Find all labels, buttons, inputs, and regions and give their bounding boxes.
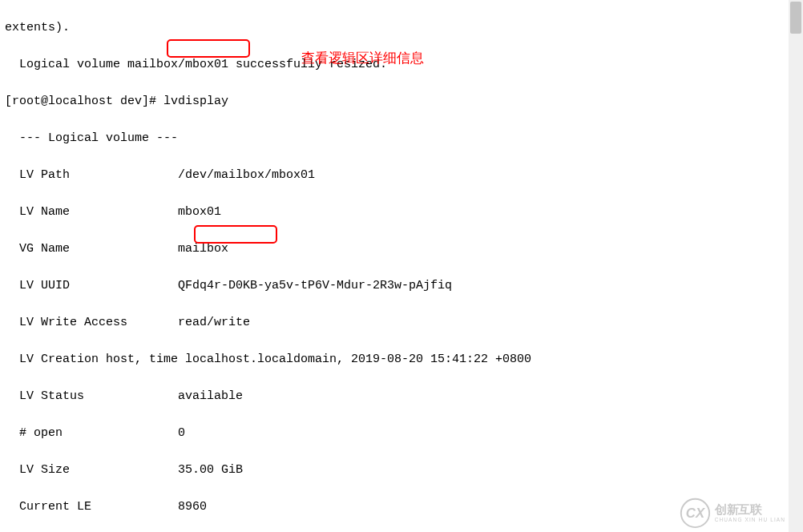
scrollbar-thumb[interactable] xyxy=(790,2,801,34)
lv1-path: LV Path /dev/mailbox/mbox01 xyxy=(5,166,798,184)
watermark: CX 创新互联 CHUANG XIN HU LIAN xyxy=(680,498,785,529)
lv1-open: # open 0 xyxy=(5,424,798,442)
terminal-output: extents). Logical volume mailbox/mbox01 … xyxy=(0,0,803,532)
annotation-text: 查看逻辑区详细信息 xyxy=(301,49,424,67)
lv1-creat: LV Creation host, time localhost.localdo… xyxy=(5,350,798,369)
watermark-py: CHUANG XIN HU LIAN xyxy=(715,517,785,522)
line-prompt: [root@localhost dev]# lvdisplay xyxy=(5,92,798,111)
lv1-size: LV Size 35.00 GiB xyxy=(5,461,798,479)
lv1-name: LV Name mbox01 xyxy=(5,203,798,221)
watermark-logo-icon: CX xyxy=(680,498,710,528)
line-lv-header-1: --- Logical volume --- xyxy=(5,129,798,147)
scrollbar-vertical[interactable] xyxy=(789,0,803,532)
lv1-access: LV Write Access read/write xyxy=(5,313,798,332)
lv1-status: LV Status available xyxy=(5,387,798,405)
lv1-le: Current LE 8960 xyxy=(5,498,798,516)
watermark-cn: 创新互联 xyxy=(715,504,785,517)
lv1-uuid: LV UUID QFdq4r-D0KB-ya5v-tP6V-Mdur-2R3w-… xyxy=(5,276,798,295)
line-extents: extents). xyxy=(5,18,798,37)
lv1-vg: VG Name mailbox xyxy=(5,240,798,258)
